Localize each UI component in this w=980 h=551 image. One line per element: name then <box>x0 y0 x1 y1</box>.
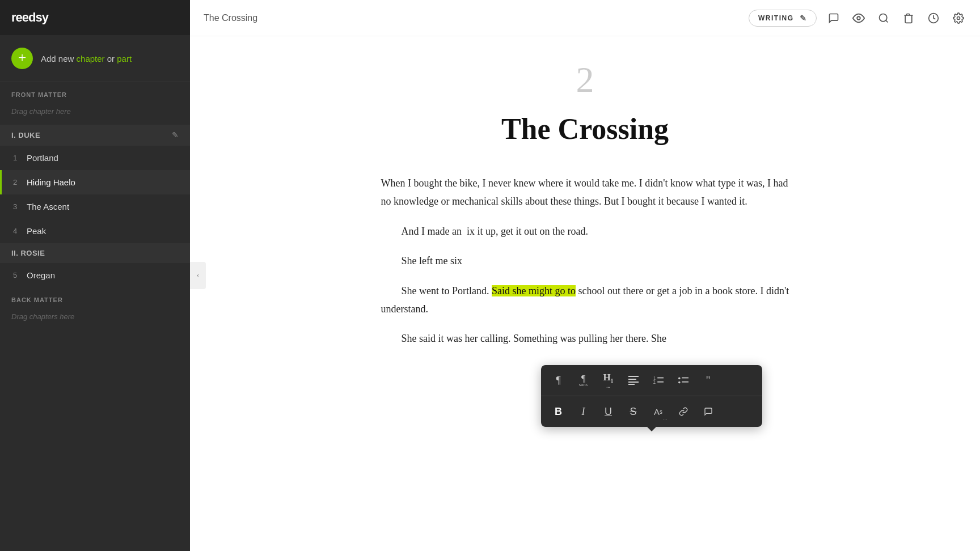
chapter-item-peak[interactable]: 4 Peak <box>0 219 190 243</box>
toolbar-align-button[interactable] <box>622 368 645 392</box>
svg-point-0 <box>857 16 860 20</box>
add-chapter-button[interactable]: + <box>11 48 33 69</box>
chapter-item-portland[interactable]: 1 Portland <box>0 146 190 170</box>
svg-rect-12 <box>657 382 664 383</box>
editor-content: 2 The Crossing When I bought the bike, I… <box>381 36 789 517</box>
svg-line-2 <box>886 20 888 22</box>
toolbar-row-1: ¶ ¶ sans H1 ... 1.2. <box>541 365 762 396</box>
chapter-body[interactable]: When I bought the bike, I never knew whe… <box>381 174 789 348</box>
part-1-header: I. DUKE ✎ <box>0 125 190 146</box>
part-2-label: II. ROSIE <box>11 249 45 257</box>
svg-rect-7 <box>628 382 639 383</box>
topbar-chapter-title: The Crossing <box>204 13 257 23</box>
toolbar-strikethrough-button[interactable]: S <box>622 400 645 423</box>
highlighted-text: Said she might go to <box>492 285 576 296</box>
toolbar-paragraph-sans-button[interactable]: ¶ sans <box>572 368 595 392</box>
settings-icon-button[interactable] <box>951 10 966 26</box>
paragraph-2: And I made an ix it up, get it out on th… <box>381 222 789 240</box>
trash-icon-button[interactable] <box>901 10 916 26</box>
floating-toolbar: ¶ ¶ sans H1 ... 1.2. <box>541 365 762 427</box>
chapter-item-oregan[interactable]: 5 Oregan <box>0 263 190 287</box>
svg-text:2.: 2. <box>653 380 657 385</box>
toolbar-superscript-button[interactable]: As... <box>647 400 670 423</box>
add-new-label: Add new chapter or part <box>41 54 132 63</box>
svg-point-13 <box>678 378 681 380</box>
comment-icon-button[interactable] <box>826 10 842 26</box>
chapter-title-the-ascent: The Ascent <box>27 202 69 211</box>
back-matter-label: BACK MATTER <box>0 287 190 308</box>
history-icon-button[interactable] <box>926 10 941 26</box>
back-matter-placeholder: Drag chapters here <box>0 308 190 330</box>
writing-mode-badge[interactable]: WRITING ✎ <box>749 10 817 27</box>
toolbar-heading-button[interactable]: H1 ... <box>597 368 620 392</box>
part-2-header: II. ROSIE <box>0 243 190 263</box>
toolbar-underline-button[interactable]: U <box>597 400 620 423</box>
add-new-section: + Add new chapter or part <box>0 35 190 82</box>
paragraph-4: She went to Portland. Said she might go … <box>381 282 789 319</box>
chapter-item-hiding-haelo[interactable]: 2 Hiding Haelo <box>0 170 190 194</box>
chapter-num-1: 1 <box>13 154 27 162</box>
paragraph-3: She left me six <box>381 252 789 270</box>
toolbar-ordered-list-button[interactable]: 1.2. <box>647 368 670 392</box>
toolbar-bold-button[interactable]: B <box>547 400 571 423</box>
chapter-num-2: 2 <box>13 178 27 187</box>
chapter-title-peak: Peak <box>27 226 46 236</box>
toolbar-link-button[interactable] <box>671 400 695 423</box>
chapter-number-display: 2 <box>381 59 789 101</box>
sidebar-header: reedsy <box>0 0 190 35</box>
topbar-right: WRITING ✎ <box>749 10 966 27</box>
chapter-title-hiding-haelo: Hiding Haelo <box>27 177 75 187</box>
search-icon-button[interactable] <box>876 10 892 26</box>
main-panel: The Crossing WRITING ✎ <box>190 0 980 551</box>
chapter-item-the-ascent[interactable]: 3 The Ascent <box>0 194 190 219</box>
svg-point-1 <box>880 14 887 21</box>
part-1-edit-icon[interactable]: ✎ <box>172 130 179 140</box>
app-logo: reedsy <box>11 10 48 25</box>
chapter-title-display: The Crossing <box>381 112 789 146</box>
editor-area[interactable]: 2 The Crossing When I bought the bike, I… <box>190 36 980 551</box>
svg-rect-15 <box>682 378 688 379</box>
svg-point-4 <box>957 16 960 19</box>
chapter-title-oregan: Oregan <box>27 270 55 280</box>
paragraph-1: When I bought the bike, I never knew whe… <box>381 174 789 211</box>
sidebar: reedsy + Add new chapter or part FRONT M… <box>0 0 190 551</box>
preview-icon-button[interactable] <box>851 10 867 26</box>
svg-point-14 <box>678 382 681 384</box>
toolbar-blockquote-button[interactable]: " <box>696 368 720 392</box>
toolbar-italic-button[interactable]: I <box>572 400 595 423</box>
toolbar-row-2: B I U S As... <box>541 396 762 427</box>
svg-rect-16 <box>682 382 688 383</box>
svg-rect-6 <box>628 379 636 380</box>
chapter-num-4: 4 <box>13 227 27 235</box>
chapter-num-3: 3 <box>13 202 27 211</box>
toolbar-comment-button[interactable] <box>696 400 720 423</box>
collapse-sidebar-button[interactable]: ‹ <box>190 262 206 289</box>
toolbar-unordered-list-button[interactable] <box>671 368 695 392</box>
svg-rect-8 <box>628 384 635 385</box>
topbar: The Crossing WRITING ✎ <box>190 0 980 36</box>
writing-mode-label: WRITING <box>758 14 794 22</box>
chapter-num-5: 5 <box>13 271 27 279</box>
add-chapter-link[interactable]: chapter <box>77 54 105 63</box>
toolbar-paragraph-button[interactable]: ¶ <box>547 368 571 392</box>
front-matter-placeholder: Drag chapter here <box>0 103 190 125</box>
svg-rect-11 <box>657 378 664 379</box>
svg-rect-5 <box>628 376 639 377</box>
front-matter-label: FRONT MATTER <box>0 82 190 103</box>
add-part-link[interactable]: part <box>117 54 132 63</box>
chapter-title-portland: Portland <box>27 153 58 163</box>
part-1-label: I. DUKE <box>11 131 40 139</box>
paragraph-5: She said it was her calling. Something w… <box>381 329 789 347</box>
writing-mode-edit-icon: ✎ <box>800 14 808 23</box>
